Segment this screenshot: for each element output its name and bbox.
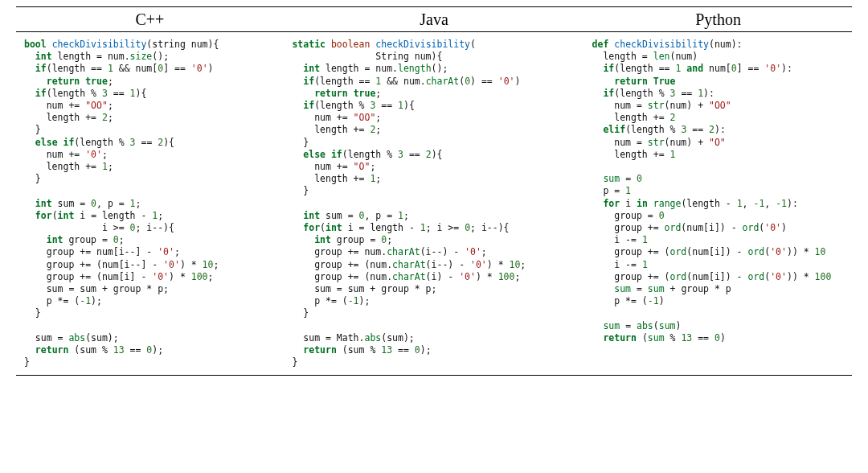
code-java: static boolean checkDivisibility( String… [284, 35, 583, 368]
code-cpp: bool checkDivisibility(string num){ int … [16, 35, 284, 368]
header-cpp: C++ [16, 9, 284, 30]
comparison-table: C++ Java Python bool checkDivisibility(s… [16, 6, 852, 376]
header-row: C++ Java Python [16, 9, 852, 30]
bottom-rule [16, 375, 852, 376]
code-row: bool checkDivisibility(string num){ int … [16, 35, 852, 368]
top-rule [16, 6, 852, 7]
header-python: Python [584, 9, 852, 30]
header-java: Java [284, 9, 584, 30]
code-python: def checkDivisibility(num): length = len… [584, 35, 852, 344]
mid-rule [16, 31, 852, 32]
